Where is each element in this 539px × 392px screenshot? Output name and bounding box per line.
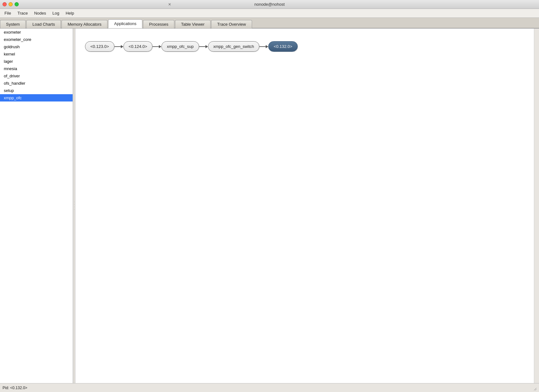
sidebar-item-ofs-handler[interactable]: ofs_handler [0,80,73,87]
sidebar-item-of-driver[interactable]: of_driver [0,72,73,80]
minimize-button[interactable] [9,2,13,6]
sidebar-item-exometer-core[interactable]: exometer_core [0,36,73,43]
menu-help[interactable]: Help [62,10,77,16]
svg-line-0 [534,388,536,390]
sidebar-item-xmpp-ofc[interactable]: xmpp_ofc [0,94,73,101]
x-icon: ✕ [168,2,171,7]
flow-node-123[interactable]: <0.123.0> [85,41,114,52]
status-right [531,385,536,390]
menu-bar: File Trace Nodes Log Help [0,9,539,18]
sidebar-item-goldrush[interactable]: goldrush [0,43,73,50]
resize-icon [533,387,536,390]
divider-handle: ···· [74,201,74,211]
arrow-2 [153,45,161,48]
flow-container: <0.123.0> <0.124.0> xmpp_ofc_sup xmpp_ [75,29,534,64]
tab-table-viewer[interactable]: Table Viewer [175,20,211,28]
menu-log[interactable]: Log [49,10,62,16]
sidebar: exometer exometer_core goldrush kernel l… [0,29,73,383]
tab-system[interactable]: System [0,20,26,28]
status-bar: Pid: <0.132.0> [0,383,539,392]
sidebar-divider[interactable]: ···· [73,29,75,383]
arrow-3 [199,45,208,48]
sidebar-item-kernel[interactable]: kernel [0,50,73,58]
tab-bar: System Load Charts Memory Allocators App… [0,18,539,29]
right-panel [534,29,539,383]
tab-applications[interactable]: Applications [108,19,142,28]
title-bar: ✕ nonode@nohost [0,0,539,9]
status-pid: Pid: <0.132.0> [3,386,27,390]
arrow-1 [114,45,123,48]
sidebar-item-exometer[interactable]: exometer [0,29,73,36]
window-controls [3,2,19,6]
flow-node-sup[interactable]: xmpp_ofc_sup [161,41,199,52]
flow-node-124[interactable]: <0.124.0> [123,41,153,52]
tab-processes[interactable]: Processes [143,20,174,28]
arrow-4 [259,45,268,48]
sidebar-item-lager[interactable]: lager [0,58,73,65]
svg-line-1 [535,389,536,390]
menu-nodes[interactable]: Nodes [31,10,49,16]
menu-trace[interactable]: Trace [14,10,31,16]
close-button[interactable] [3,2,7,6]
graph-area[interactable]: <0.123.0> <0.124.0> xmpp_ofc_sup xmpp_ [75,29,534,383]
menu-file[interactable]: File [1,10,14,16]
tab-trace-overview[interactable]: Trace Overview [211,20,252,28]
flow-node-132[interactable]: <0.132.0> [268,41,298,52]
sidebar-item-setup[interactable]: setup [0,87,73,94]
tab-load-charts[interactable]: Load Charts [26,20,61,28]
maximize-button[interactable] [15,2,19,6]
sidebar-item-mnesia[interactable]: mnesia [0,65,73,72]
window-title: nonode@nohost [254,2,285,7]
tab-memory-allocators[interactable]: Memory Allocators [62,20,107,28]
resize-handle[interactable] [531,385,536,390]
flow-node-gen-switch[interactable]: xmpp_ofc_gen_switch [208,41,260,52]
main-content: exometer exometer_core goldrush kernel l… [0,29,539,383]
